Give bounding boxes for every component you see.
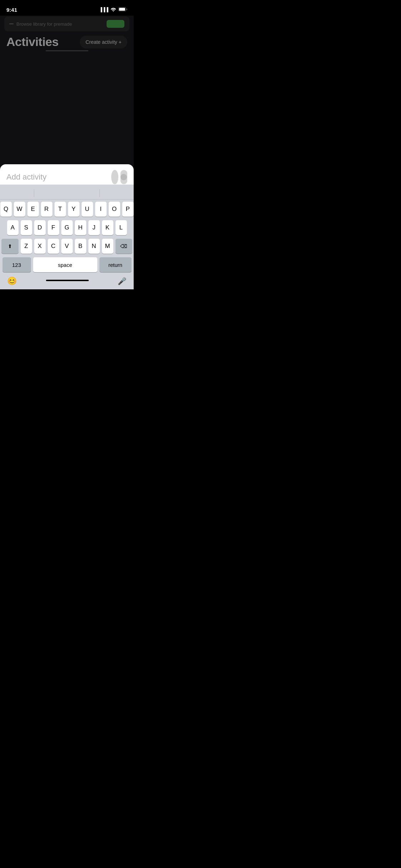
- key-row-3: ⬆ Z X C V B N M ⌫: [1, 239, 132, 254]
- modal-top-row: [6, 170, 127, 184]
- key-i[interactable]: I: [95, 202, 107, 217]
- key-z[interactable]: Z: [21, 239, 32, 254]
- status-icons: ▐▐▐: [99, 7, 127, 12]
- key-row-4: 123 space return: [1, 257, 132, 272]
- numbers-key[interactable]: 123: [2, 257, 31, 272]
- key-d[interactable]: D: [34, 220, 46, 235]
- battery-icon: [118, 7, 127, 12]
- key-q[interactable]: Q: [0, 202, 12, 217]
- key-p[interactable]: P: [122, 202, 134, 217]
- key-a[interactable]: A: [7, 220, 19, 235]
- keyboard-bottom-bar: 😊 🎤: [0, 274, 134, 289]
- emoji-key[interactable]: 😊: [7, 277, 17, 286]
- key-n[interactable]: N: [88, 239, 100, 254]
- key-h[interactable]: H: [75, 220, 86, 235]
- candidate-divider-left: [34, 189, 34, 197]
- delete-key[interactable]: ⌫: [115, 239, 133, 254]
- return-key[interactable]: return: [99, 257, 132, 272]
- shift-key[interactable]: ⬆: [1, 239, 19, 254]
- key-b[interactable]: B: [75, 239, 86, 254]
- activity-title-input[interactable]: [6, 172, 108, 182]
- key-m[interactable]: M: [102, 239, 113, 254]
- key-row-1: Q W E R T Y U I O P: [1, 202, 132, 217]
- status-bar: 9:41 ▐▐▐: [0, 0, 134, 16]
- key-g[interactable]: G: [61, 220, 73, 235]
- key-t[interactable]: T: [55, 202, 66, 217]
- key-v[interactable]: V: [61, 239, 73, 254]
- key-c[interactable]: C: [48, 239, 59, 254]
- avatar-square: [120, 170, 128, 184]
- key-e[interactable]: E: [27, 202, 39, 217]
- signal-icon: ▐▐▐: [99, 7, 108, 12]
- keyboard: Q W E R T Y U I O P A S D F G H J K L ⬆: [0, 185, 134, 289]
- avatar-circle: [111, 170, 118, 184]
- avatar-square-inner: [120, 174, 127, 180]
- wifi-icon: [110, 7, 116, 12]
- microphone-key[interactable]: 🎤: [118, 277, 127, 285]
- candidate-divider-right: [99, 189, 100, 197]
- key-w[interactable]: W: [14, 202, 25, 217]
- key-row-2: A S D F G H J K L: [1, 220, 132, 235]
- space-key[interactable]: space: [33, 257, 97, 272]
- key-o[interactable]: O: [109, 202, 120, 217]
- keyboard-rows: Q W E R T Y U I O P A S D F G H J K L ⬆: [0, 201, 134, 274]
- key-f[interactable]: F: [48, 220, 59, 235]
- svg-rect-1: [119, 8, 125, 11]
- keyboard-candidates: [0, 187, 134, 200]
- key-j[interactable]: J: [88, 220, 100, 235]
- key-r[interactable]: R: [41, 202, 52, 217]
- key-y[interactable]: Y: [68, 202, 79, 217]
- key-u[interactable]: U: [82, 202, 93, 217]
- key-k[interactable]: K: [102, 220, 113, 235]
- home-indicator: [46, 280, 89, 281]
- key-l[interactable]: L: [115, 220, 127, 235]
- key-x[interactable]: X: [34, 239, 46, 254]
- key-s[interactable]: S: [21, 220, 32, 235]
- status-time: 9:41: [6, 7, 17, 13]
